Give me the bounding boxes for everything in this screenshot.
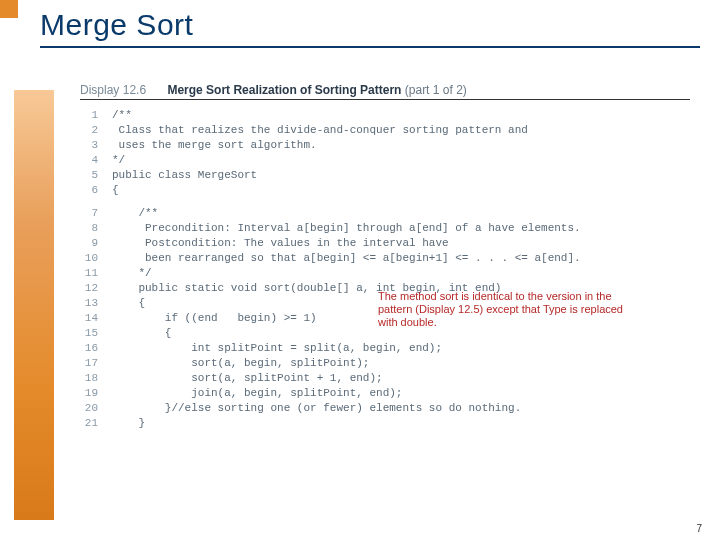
annotation-line: pattern (Display 12.5) except that Type …	[378, 303, 678, 316]
code-line: 2 Class that realizes the divide-and-con…	[80, 123, 700, 138]
code-line: 3 uses the merge sort algorithm.	[80, 138, 700, 153]
corner-accent	[0, 0, 18, 18]
code-line: 19 join(a, begin, splitPoint, end);	[80, 386, 700, 401]
annotation-line: with double.	[378, 316, 678, 329]
code-line: 4*/	[80, 153, 700, 168]
page-number: 7	[696, 523, 702, 534]
code-listing: 1/** 2 Class that realizes the divide-an…	[80, 108, 700, 431]
display-label: Display	[80, 83, 119, 97]
display-title: Merge Sort Realization of Sorting Patter…	[167, 83, 401, 97]
side-accent-bar	[14, 90, 54, 520]
code-line: 11 */	[80, 266, 700, 281]
annotation-line: The method sort is identical to the vers…	[378, 290, 678, 303]
code-line: 7 /**	[80, 206, 700, 221]
code-line: 18 sort(a, splitPoint + 1, end);	[80, 371, 700, 386]
code-line: 5public class MergeSort	[80, 168, 700, 183]
display-number: 12.6	[123, 83, 146, 97]
code-line: 6{	[80, 183, 700, 198]
annotation-callout: The method sort is identical to the vers…	[378, 290, 678, 329]
code-line: 17 sort(a, begin, splitPoint);	[80, 356, 700, 371]
display-header: Display 12.6 Merge Sort Realization of S…	[80, 83, 690, 100]
code-line: 10 been rearranged so that a[begin] <= a…	[80, 251, 700, 266]
code-line: 8 Precondition: Interval a[begin] throug…	[80, 221, 700, 236]
page-title: Merge Sort	[40, 8, 700, 42]
code-line: 1/**	[80, 108, 700, 123]
code-line: 21 }	[80, 416, 700, 431]
code-line: 16 int splitPoint = split(a, begin, end)…	[80, 341, 700, 356]
title-bar: Merge Sort	[40, 8, 700, 48]
code-line: 20 }//else sorting one (or fewer) elemen…	[80, 401, 700, 416]
code-line: 9 Postcondition: The values in the inter…	[80, 236, 700, 251]
display-part: (part 1 of 2)	[405, 83, 467, 97]
